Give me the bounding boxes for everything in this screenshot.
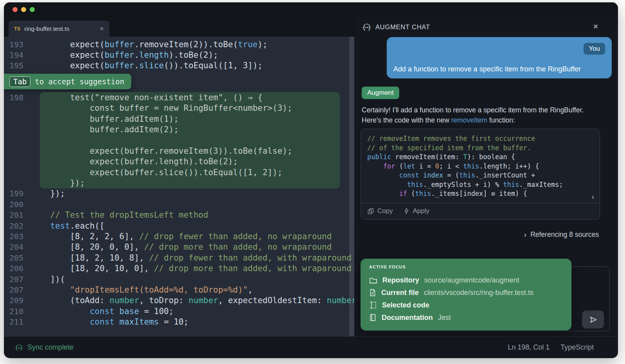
copy-icon xyxy=(367,208,374,215)
line-number: 207 xyxy=(4,275,30,284)
close-window-button[interactable] xyxy=(12,7,18,12)
code-row: 200 xyxy=(4,199,354,210)
chat-code-line: this._emptySlots + i) % this._maxItems; xyxy=(367,180,593,190)
chat-close-icon[interactable]: ✕ xyxy=(593,23,598,31)
focus-row-repository[interactable]: Repository source/augmentcode/augment xyxy=(369,274,563,286)
referencing-sources-toggle[interactable]: › Referencing 8 sources xyxy=(524,230,599,239)
focus-row-current-file[interactable]: Current file clients/vscode/src/ring-buf… xyxy=(369,286,563,299)
code-row: 199}); xyxy=(4,188,354,199)
folder-icon xyxy=(369,277,377,284)
code-row: 198test("remove non-existent item", () ⇒… xyxy=(4,92,354,103)
suggestion-highlight xyxy=(40,178,340,188)
line-number: 206 xyxy=(4,264,30,273)
code-row: 204[8, 20, 0, 0], // drop more than adde… xyxy=(4,242,354,252)
code-row: 202test.each([ xyxy=(4,220,354,231)
augment-chat-panel: { } AUGMENT CHAT ✕ You Add a function to… xyxy=(354,16,618,336)
app-window: TS ring-buffer.test.ts ✕ 193expect(buffe… xyxy=(4,2,618,358)
sync-status-label: Sync complete xyxy=(27,343,73,352)
line-number: 201 xyxy=(4,210,30,220)
code-row: 203[8, 2, 2, 6], // drop fewer than adde… xyxy=(4,231,354,241)
send-button[interactable] xyxy=(582,311,604,328)
code-row: }); xyxy=(4,178,354,188)
code-row: Tabto accept suggestion xyxy=(4,71,354,92)
sync-status: { } Sync complete xyxy=(15,343,73,352)
code-row: const buffer = new RingBuffer<number>(3)… xyxy=(4,103,354,114)
augment-sync-icon: { } xyxy=(15,344,23,352)
tab-ring-buffer-test[interactable]: TS ring-buffer.test.ts ✕ xyxy=(9,21,109,37)
editor-scrollbar[interactable] xyxy=(349,37,354,336)
chat-code-line: if (this._items[index] ≡ item) { xyxy=(367,189,593,199)
code-row: 205[18, 2, 10, 8], // drop fewer than ad… xyxy=(4,252,354,263)
copy-button[interactable]: Copy xyxy=(367,207,393,215)
line-number: 199 xyxy=(4,189,30,198)
chat-code-lines: // removeItem removes the first occurren… xyxy=(367,134,593,199)
maximize-window-button[interactable] xyxy=(30,7,35,12)
code-row: 207])( xyxy=(4,274,354,284)
tab-bar: TS ring-buffer.test.ts ✕ xyxy=(4,16,354,37)
augment-logo-icon: { } xyxy=(362,23,371,31)
line-number: 204 xyxy=(4,242,30,252)
language-mode[interactable]: TypeScript xyxy=(561,343,594,352)
focus-row-selected-code[interactable]: Selected code xyxy=(369,299,563,311)
code-row xyxy=(4,135,354,146)
lightning-icon xyxy=(403,208,410,215)
code-row: 206[18, 20, 10, 0], // drop more than ad… xyxy=(4,263,354,273)
code-block-toolbar: Copy Apply xyxy=(361,203,600,219)
suggestion-badge-text: to accept suggestion xyxy=(35,77,124,86)
apply-button[interactable]: Apply xyxy=(403,207,430,215)
code-row: buffer.addItem(2); xyxy=(4,124,354,135)
line-number: 210 xyxy=(4,307,30,316)
referencing-sources-label: Referencing 8 sources xyxy=(530,231,599,239)
tab-title: ring-buffer.test.ts xyxy=(24,25,96,32)
active-focus-panel: ACTIVE FOCUS Repository source/augmentco… xyxy=(361,259,571,330)
code-row: 201// Test the dropItemsLeft method xyxy=(4,210,354,220)
user-message-bubble: You Add a function to remove a specific … xyxy=(387,37,612,78)
svg-text:{: { xyxy=(15,344,18,351)
window-controls xyxy=(12,7,35,12)
chat-title: AUGMENT CHAT xyxy=(375,23,430,31)
code-row: 209(toAdd: number, toDrop: number, expec… xyxy=(4,295,354,306)
chevron-right-icon: › xyxy=(524,230,527,239)
user-message-text: Add a function to remove a specific item… xyxy=(393,65,608,73)
chat-code-line: for (let i = 0; i < this.length; i++) { xyxy=(367,162,593,171)
minimize-window-button[interactable] xyxy=(21,7,26,12)
code-row: expect(buffer.length).toBe(2); xyxy=(4,156,354,167)
assistant-message-tail: function: xyxy=(487,116,515,124)
code-row: 211const maxItems = 10; xyxy=(4,316,354,327)
line-number: 194 xyxy=(4,50,30,60)
chat-code-line: const index = (this._insertCount + xyxy=(367,171,593,180)
cursor-position[interactable]: Ln 198, Col 1 xyxy=(508,343,550,352)
suggestion-badge: Tabto accept suggestion xyxy=(4,74,131,89)
code-row: buffer.addItem(1); xyxy=(4,114,354,124)
line-number: 209 xyxy=(4,296,30,305)
line-number: 202 xyxy=(4,221,30,231)
line-number: 193 xyxy=(4,40,30,49)
scroll-down-icon[interactable]: ↓ xyxy=(591,192,595,201)
tab-key-label: Tab xyxy=(9,76,30,87)
tab-close-icon[interactable]: ✕ xyxy=(100,26,104,32)
code-row: 207"dropItemsLeft(toAdd=%d, toDrop=%d)", xyxy=(4,284,354,295)
line-number: 203 xyxy=(4,232,30,241)
remove-item-link[interactable]: removeItem xyxy=(451,116,487,124)
active-focus-header: ACTIVE FOCUS xyxy=(369,265,563,269)
suggestion-highlight xyxy=(40,135,340,146)
title-bar xyxy=(4,2,618,16)
code-editor[interactable]: 193expect(buffer.removeItem(2)).toBe(tru… xyxy=(4,37,354,336)
editor-code-rows: 193expect(buffer.removeItem(2)).toBe(tru… xyxy=(4,39,354,327)
sender-chip: You xyxy=(584,43,605,55)
line-number: 205 xyxy=(4,253,30,263)
chat-code-line: // removeItem removes the first occurren… xyxy=(367,134,593,144)
chat-code-line: // of the specified item from the buffer… xyxy=(367,144,593,153)
line-number: 200 xyxy=(4,200,30,209)
selection-icon xyxy=(369,301,377,309)
code-row: 193expect(buffer.removeItem(2)).toBe(tru… xyxy=(4,39,354,50)
code-row: expect(buffer.removeItem(3)).toBe(false)… xyxy=(4,146,354,156)
focus-row-documentation[interactable]: Documentation Jest xyxy=(369,311,563,324)
code-row: expect(buffer.slice()).toEqual([1, 2]); xyxy=(4,167,354,178)
send-icon xyxy=(589,315,598,324)
chat-header: { } AUGMENT CHAT xyxy=(362,23,430,31)
chat-code-block: // removeItem removes the first occurren… xyxy=(361,129,600,220)
code-row: 194expect(buffer.length).toBe(2); xyxy=(4,50,354,60)
line-number: 211 xyxy=(4,317,30,327)
chat-code-area: // removeItem removes the first occurren… xyxy=(361,129,600,203)
